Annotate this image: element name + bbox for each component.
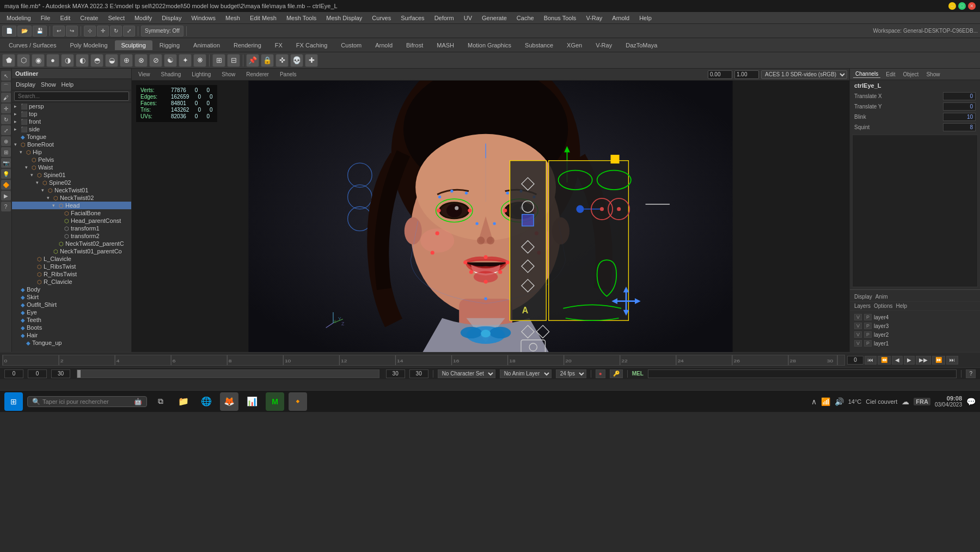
tree-item-hair[interactable]: ◆ Hair <box>12 331 131 339</box>
menu-edit-mesh[interactable]: Edit Mesh <box>246 14 281 22</box>
range-current-input[interactable] <box>28 369 47 378</box>
menu-file[interactable]: File <box>36 14 55 22</box>
tree-item-spine02[interactable]: ▾ ⬡ Spine02 <box>12 179 131 186</box>
tab-motion-graphics[interactable]: Motion Graphics <box>461 40 518 50</box>
vp-input-min[interactable] <box>708 70 732 79</box>
tab-mash[interactable]: MASH <box>430 40 461 50</box>
redo-btn[interactable]: ↪ <box>66 26 78 37</box>
menu-windows[interactable]: Windows <box>187 14 220 22</box>
tree-item-necktwist02p[interactable]: ⬡ NeckTwist02_parentC <box>12 240 131 247</box>
close-button[interactable]: ✕ <box>968 2 976 10</box>
layer-v-btn-1[interactable]: V <box>854 340 862 347</box>
sculpt-tool-12[interactable]: ☯ <box>164 54 177 67</box>
sidebar-help-icon[interactable]: ? <box>1 202 11 211</box>
menu-surfaces[interactable]: Surfaces <box>396 14 428 22</box>
systray-chevron[interactable]: ∧ <box>811 397 817 406</box>
outliner-menu-help[interactable]: Help <box>60 81 76 88</box>
sculpt-tool-14[interactable]: ❋ <box>193 54 206 67</box>
tab-animation[interactable]: Animation <box>187 40 226 50</box>
channel-value-squint[interactable]: 8 <box>943 123 976 131</box>
menu-cache[interactable]: Cache <box>512 14 538 22</box>
sculpt-tool-cross[interactable]: ✚ <box>305 54 318 67</box>
tree-item-front[interactable]: ▸ ⬛ front <box>12 118 131 125</box>
tab-substance[interactable]: Substance <box>518 40 560 50</box>
tree-item-boots[interactable]: ◆ Boots <box>12 324 131 331</box>
tab-rendering[interactable]: Rendering <box>227 40 268 50</box>
tree-item-pelvis[interactable]: ⬡ Pelvis <box>12 156 131 163</box>
disp-tab-display[interactable]: Display <box>854 294 872 300</box>
transport-play-btn[interactable]: ▶ <box>904 356 915 365</box>
vp-tab-show[interactable]: Show <box>217 70 240 78</box>
menu-create[interactable]: Create <box>76 14 102 22</box>
sculpt-tool-1[interactable]: ⬟ <box>2 54 15 67</box>
tree-item-tongue[interactable]: ◆ Tongue <box>12 133 131 141</box>
vp-input-max[interactable] <box>734 70 759 79</box>
systray-notifications[interactable]: 💬 <box>966 397 976 406</box>
tree-item-headparent[interactable]: ⬡ Head_parentConst <box>12 217 131 225</box>
sculpt-tool-2[interactable]: ⬡ <box>17 54 30 67</box>
tree-item-facialbone[interactable]: ⬡ FacialBone <box>12 209 131 217</box>
channel-value-ty[interactable]: 0 <box>943 102 976 111</box>
tab-poly-modeling[interactable]: Poly Modeling <box>63 40 114 50</box>
disp-tab-anim[interactable]: Anim <box>875 294 888 300</box>
menu-mesh[interactable]: Mesh <box>221 14 244 22</box>
systray-network[interactable]: 📶 <box>821 397 830 406</box>
windows-search-bar[interactable]: 🔍 Taper ici pour rechercher 🤖 <box>27 396 147 407</box>
transport-next-btn[interactable]: ⏩ <box>932 356 945 365</box>
undo-btn[interactable]: ↩ <box>53 26 65 37</box>
menu-display[interactable]: Display <box>157 14 186 22</box>
tree-item-outfit[interactable]: ◆ Outfit_Shirt <box>12 301 131 308</box>
fps-select[interactable]: 24 fps <box>556 369 586 378</box>
tree-item-top[interactable]: ▸ ⬛ top <box>12 110 131 118</box>
tab-daztomaya[interactable]: DazToMaya <box>619 40 664 50</box>
sculpt-tool-4[interactable]: ● <box>46 54 59 67</box>
tab-arnold[interactable]: Arnold <box>369 40 399 50</box>
maximize-button[interactable]: □ <box>958 2 966 10</box>
sidebar-lasso-icon[interactable]: ⌒ <box>1 82 11 92</box>
sculpt-tool-16[interactable]: ⊟ <box>227 54 240 67</box>
tree-item-hip[interactable]: ▾ ⬡ Hip <box>12 148 131 156</box>
transport-end-btn[interactable]: ⏭ <box>946 356 958 365</box>
save-scene-btn[interactable]: 💾 <box>33 26 47 37</box>
tab-vray[interactable]: V-Ray <box>589 40 618 50</box>
timeline-current-frame[interactable] <box>847 356 863 365</box>
range-end-2-input[interactable] <box>386 369 405 378</box>
tab-bifrost[interactable]: Bifrost <box>400 40 430 50</box>
taskbar-app-edge[interactable]: 🌐 <box>197 392 216 411</box>
range-start-input[interactable] <box>4 369 23 378</box>
layers-tab[interactable]: Layers <box>854 303 871 309</box>
taskbar-clock[interactable]: 09:08 03/04/2023 <box>935 395 962 408</box>
transport-start-btn[interactable]: ⏮ <box>865 356 877 365</box>
sculpt-tool-8[interactable]: ◒ <box>105 54 118 67</box>
channel-value-tx[interactable]: 0 <box>943 92 976 100</box>
color-profile-select[interactable]: ACES 1.0 SDR-video (sRGB) <box>761 70 847 79</box>
tab-sculpting[interactable]: Sculpting <box>115 40 152 50</box>
anim-range-slider[interactable] <box>77 369 379 378</box>
layer-p-btn-4[interactable]: P <box>864 314 872 320</box>
vp-tab-shading[interactable]: Shading <box>157 70 186 78</box>
vp-tab-lighting[interactable]: Lighting <box>187 70 215 78</box>
menu-curves[interactable]: Curves <box>367 14 395 22</box>
taskbar-app-maya[interactable]: M <box>266 392 284 411</box>
sidebar-move-icon[interactable]: ✛ <box>1 104 11 113</box>
timeline-ruler[interactable]: 0 2 4 6 8 10 12 14 16 18 20 <box>2 355 845 366</box>
sculpt-tool-18[interactable]: 🔒 <box>261 54 274 67</box>
tab-curves-surfaces[interactable]: Curves / Surfaces <box>2 40 63 50</box>
menu-uv[interactable]: UV <box>460 14 476 22</box>
chan-tab-channels[interactable]: Channels <box>853 70 880 78</box>
tree-item-necktwist01[interactable]: ▾ ⬡ NeckTwist01 <box>12 186 131 194</box>
select-btn[interactable]: ⊹ <box>84 26 96 37</box>
vp-tab-panels[interactable]: Panels <box>275 70 301 78</box>
tab-custom[interactable]: Custom <box>334 40 368 50</box>
rotate-btn[interactable]: ↻ <box>110 26 122 37</box>
outliner-menu-display[interactable]: Display <box>14 81 37 88</box>
sculpt-tool-7[interactable]: ◓ <box>90 54 103 67</box>
menu-select[interactable]: Select <box>103 14 129 22</box>
menu-bonus[interactable]: Bonus Tools <box>540 14 581 22</box>
tree-item-skirt[interactable]: ◆ Skirt <box>12 293 131 301</box>
tree-item-transform1[interactable]: ⬡ transform1 <box>12 225 131 232</box>
auto-key-btn[interactable]: ● <box>596 369 605 378</box>
chan-tab-edit[interactable]: Edit <box>884 71 897 78</box>
menu-vray[interactable]: V-Ray <box>581 14 607 22</box>
sculpt-tool-9[interactable]: ⊕ <box>120 54 133 67</box>
